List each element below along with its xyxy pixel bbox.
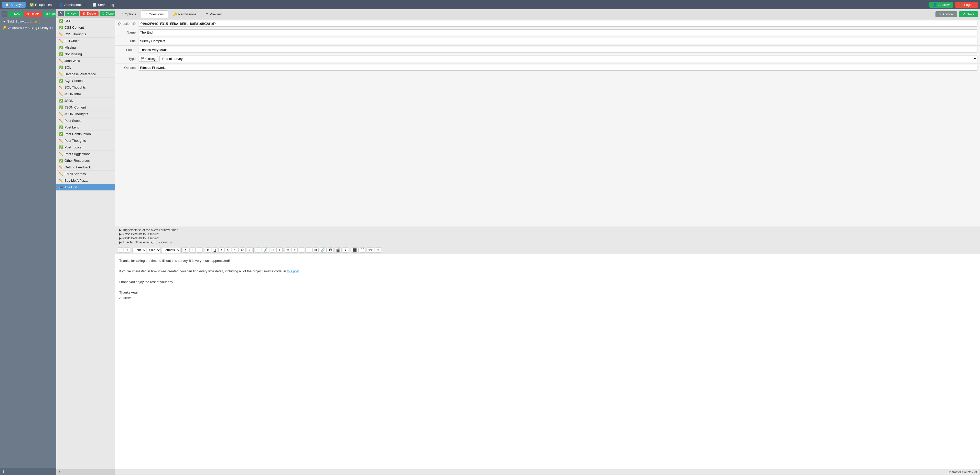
indent-button[interactable]: → (298, 248, 305, 253)
redo-button[interactable]: ↷ (124, 248, 130, 253)
question-label-21: Other Resources (65, 159, 89, 162)
sidebar-survey-item[interactable]: 🔑 Andrew's TMS Blog Survey #1 (0, 25, 56, 31)
question-item-8[interactable]: ✏️Database Preference (56, 71, 115, 78)
underline-button[interactable]: U (212, 248, 218, 253)
middle-new-button[interactable]: + New (65, 11, 79, 16)
undo-button[interactable]: ↶ (117, 248, 123, 253)
name-input[interactable] (138, 29, 977, 35)
left-refresh-button[interactable]: ↻ (2, 11, 8, 17)
question-label-0: CSS (65, 19, 72, 23)
content-p2-link[interactable]: this post (287, 269, 299, 273)
hr-button[interactable]: — (196, 248, 203, 253)
size-select[interactable]: Size (147, 247, 161, 253)
ordered-list-button[interactable]: ≡ (285, 248, 291, 253)
question-item-10[interactable]: ✏️SQL Thoughts (56, 84, 115, 91)
unlink-button[interactable]: ✂ (270, 248, 276, 253)
left-footer-number: 1 (3, 470, 4, 473)
font-select[interactable]: Font (132, 247, 146, 253)
video-button[interactable]: 🎬 (334, 248, 342, 253)
options-input[interactable] (138, 65, 977, 71)
question-item-6[interactable]: ✏️John Wick (56, 57, 115, 64)
tab-administration-label: Administration (64, 3, 85, 6)
align-left-button[interactable]: ⬛ (351, 248, 359, 253)
question-item-3[interactable]: ✏️Full Circle (56, 38, 115, 44)
tab-permissions[interactable]: 🔑 Permissions (169, 11, 201, 18)
tab-responses[interactable]: ✅ Responses (27, 2, 55, 8)
question-item-14[interactable]: ✏️JSON Thoughts (56, 111, 115, 118)
link-button[interactable]: 🔗 (262, 248, 269, 253)
question-item-9[interactable]: ✅SQL Content (56, 78, 115, 84)
left-delete-button[interactable]: 🗑 Delete (24, 11, 42, 17)
tab-preview[interactable]: ⊙ Preview (201, 11, 226, 18)
question-label-20: Post Suggestions (65, 152, 90, 156)
middle-refresh-button[interactable]: ↻ (58, 11, 64, 16)
question-item-17[interactable]: ✅Post Continuation (56, 131, 115, 137)
cancel-button[interactable]: ✕ Cancel (935, 11, 957, 17)
question-item-12[interactable]: ✅JSON (56, 97, 115, 104)
question-item-25[interactable]: 🏁The End (56, 184, 115, 191)
italic-button[interactable]: I (218, 248, 224, 253)
question-id-input[interactable] (138, 21, 977, 27)
outdent-button[interactable]: ← (305, 248, 312, 253)
paragraph-button[interactable]: ¶ (183, 248, 189, 253)
question-icon-1: ✅ (59, 25, 63, 29)
table-button[interactable]: ⊞ (312, 248, 319, 253)
surveys-icon: 📋 (5, 3, 9, 6)
unordered-list-button[interactable]: ≡ (291, 248, 298, 253)
question-item-1[interactable]: ✅CSS Content (56, 24, 115, 31)
options-row: Options (115, 64, 980, 72)
logout-button[interactable]: 🚪 Logout (955, 2, 978, 8)
fullscreen-button[interactable]: ⛶ (359, 248, 366, 253)
footer-input[interactable] (138, 47, 977, 53)
group-name: TMS Software (8, 20, 29, 24)
formats-select[interactable]: Formats (161, 247, 180, 253)
type-label: Type (118, 57, 138, 60)
key-icon: 🔑 (3, 26, 6, 30)
question-icon-14: ✏️ (59, 112, 63, 116)
print-button[interactable]: 🖨 (375, 248, 381, 253)
left-new-button[interactable]: + New (8, 11, 23, 17)
question-item-11[interactable]: ✏️JSON Intro (56, 91, 115, 97)
question-item-2[interactable]: ✏️CSS Thoughts (56, 31, 115, 38)
user-button[interactable]: 👤 Andrew (929, 2, 953, 8)
bold-button[interactable]: B (205, 248, 211, 253)
sqrt-button[interactable]: √ (246, 248, 252, 253)
question-item-4[interactable]: ✅Missing (56, 44, 115, 51)
question-item-22[interactable]: ✏️Getting Feedback (56, 164, 115, 171)
save-button[interactable]: ✓ Save (959, 11, 978, 17)
tab-serverlog[interactable]: 🗒️ Server Log (89, 2, 117, 8)
question-item-18[interactable]: ✏️Post Thoughts (56, 137, 115, 144)
question-item-0[interactable]: ✅CSS (56, 17, 115, 24)
question-item-13[interactable]: ✅JSON Content (56, 104, 115, 111)
superscript-button[interactable]: X² (239, 248, 246, 253)
question-item-23[interactable]: ✏️EMail Address (56, 171, 115, 177)
image-button[interactable]: 🖼 (327, 248, 334, 253)
question-item-16[interactable]: ✅Post Length (56, 124, 115, 131)
question-item-15[interactable]: ✏️Post Scope (56, 118, 115, 124)
question-item-21[interactable]: ✅Other Resources (56, 157, 115, 164)
tab-surveys[interactable]: 📋 Surveys (2, 2, 25, 8)
blockquote-button[interactable]: " (189, 248, 196, 253)
subscript-button[interactable]: X₂ (232, 248, 239, 253)
content-p3: I hope you enjoy the rest of your day. (119, 280, 976, 285)
highlight-button[interactable]: 🖊 (255, 248, 261, 253)
tab-responses-label: Responses (35, 3, 52, 6)
middle-clone-button[interactable]: ⧉ Clone (100, 11, 116, 16)
tab-options[interactable]: ≡ Options (117, 11, 140, 18)
code-button[interactable]: </> (366, 248, 374, 253)
question-item-7[interactable]: ✅SQL (56, 64, 115, 71)
question-item-19[interactable]: ✅Post Topics (56, 144, 115, 151)
question-item-20[interactable]: ✏️Post Suggestions (56, 151, 115, 157)
tab-administration[interactable]: 👤 Administration (56, 2, 88, 8)
question-item-24[interactable]: ✏️Buy Me A Pizza (56, 177, 115, 184)
tab-questions[interactable]: ≡ Questions (141, 11, 168, 18)
strikethrough-button[interactable]: S (225, 248, 231, 253)
type-select[interactable]: End of survey (159, 56, 977, 62)
title-input[interactable] (138, 38, 977, 44)
tag-button[interactable]: T (277, 248, 283, 253)
audio-button[interactable]: 🎙 (342, 248, 349, 253)
editor-content[interactable]: Thanks for taking the time to fill out t… (115, 254, 980, 469)
question-item-5[interactable]: ✅Not Missing (56, 51, 115, 57)
hyperlink-button[interactable]: 🔗 (319, 248, 326, 253)
middle-delete-button[interactable]: 🗑 Delete (80, 11, 99, 16)
